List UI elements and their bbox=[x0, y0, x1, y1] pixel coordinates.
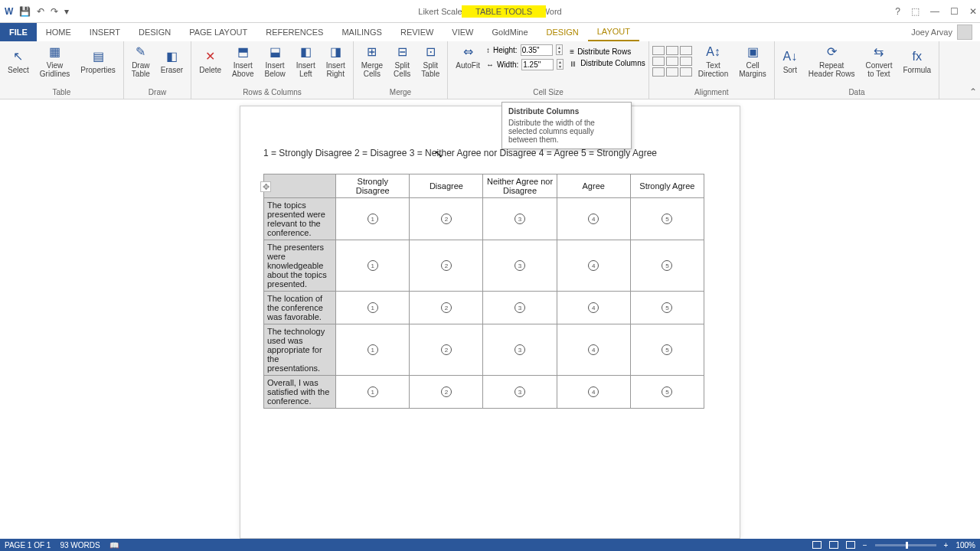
proofing-icon[interactable]: 📖 bbox=[109, 541, 119, 549]
insert-above-button[interactable]: ⬒Insert Above bbox=[227, 43, 258, 80]
option-cell[interactable]: 3 bbox=[483, 240, 557, 292]
minimize-icon[interactable]: — bbox=[930, 6, 939, 17]
zoom-in-icon[interactable]: + bbox=[944, 541, 949, 549]
align-tl[interactable] bbox=[652, 46, 665, 55]
convert-to-text-icon: ⇆ bbox=[871, 44, 887, 60]
tab-table-design[interactable]: DESIGN bbox=[537, 23, 588, 41]
help-icon[interactable]: ? bbox=[895, 6, 900, 17]
draw-table-button[interactable]: ✎Draw Table bbox=[127, 43, 155, 80]
align-tc[interactable] bbox=[666, 46, 678, 55]
tab-insert[interactable]: INSERT bbox=[80, 23, 129, 41]
tab-file[interactable]: FILE bbox=[0, 23, 37, 41]
option-cell[interactable]: 5 bbox=[630, 198, 704, 240]
tab-goldmine[interactable]: GoldMine bbox=[482, 23, 537, 41]
merge-cells-button[interactable]: ⊞Merge Cells bbox=[357, 43, 387, 80]
option-cell[interactable]: 5 bbox=[630, 240, 704, 292]
align-bc[interactable] bbox=[666, 67, 678, 77]
save-icon[interactable]: 💾 bbox=[19, 6, 31, 17]
convert-to-text-button[interactable]: ⇆Convert to Text bbox=[861, 43, 897, 80]
tab-design[interactable]: DESIGN bbox=[129, 23, 180, 41]
view-web-icon[interactable] bbox=[846, 541, 855, 549]
tab-page-layout[interactable]: PAGE LAYOUT bbox=[180, 23, 256, 41]
insert-right-button[interactable]: ◨Insert Right bbox=[322, 43, 350, 80]
text-direction-button[interactable]: A↕Text Direction bbox=[694, 43, 733, 80]
option-cell[interactable]: 3 bbox=[483, 198, 557, 240]
collapse-ribbon-icon[interactable]: ⌃ bbox=[969, 86, 977, 97]
align-mc[interactable] bbox=[666, 57, 678, 66]
formula-button[interactable]: fxFormula bbox=[898, 47, 936, 76]
align-tr[interactable] bbox=[680, 46, 692, 55]
distribute-columns-button[interactable]: ⫼Distribute Columns bbox=[570, 59, 645, 67]
eraser-button[interactable]: ◧Eraser bbox=[156, 47, 188, 76]
split-table-button[interactable]: ⊡Split Table bbox=[416, 43, 444, 80]
status-words[interactable]: 93 WORDS bbox=[60, 541, 100, 549]
tab-references[interactable]: REFERENCES bbox=[256, 23, 332, 41]
user-name[interactable]: Joey Arvay bbox=[911, 28, 952, 37]
redo-icon[interactable]: ↷ bbox=[51, 6, 58, 17]
view-read-icon[interactable] bbox=[812, 541, 822, 549]
option-cell[interactable]: 2 bbox=[410, 376, 483, 409]
cell-margins-button[interactable]: ▣Cell Margins bbox=[734, 43, 771, 80]
option-cell[interactable]: 2 bbox=[410, 292, 483, 324]
zoom-out-icon[interactable]: − bbox=[863, 541, 867, 549]
align-br[interactable] bbox=[680, 67, 692, 77]
split-cells-button[interactable]: ⊟Split Cells bbox=[389, 43, 415, 80]
height-down-icon[interactable]: ▾ bbox=[557, 50, 562, 54]
option-cell[interactable]: 1 bbox=[336, 292, 410, 324]
align-mr[interactable] bbox=[680, 57, 692, 66]
width-input[interactable] bbox=[521, 59, 554, 70]
select-button[interactable]: ↖Select bbox=[3, 47, 34, 76]
likert-table[interactable]: Strongly Disagree Disagree Neither Agree… bbox=[263, 174, 704, 409]
align-ml[interactable] bbox=[652, 57, 665, 66]
option-cell[interactable]: 4 bbox=[557, 324, 630, 376]
height-input[interactable] bbox=[521, 44, 553, 56]
close-icon[interactable]: ✕ bbox=[969, 6, 977, 17]
option-cell[interactable]: 4 bbox=[557, 376, 630, 409]
ribbon-display-icon[interactable]: ⬚ bbox=[911, 6, 920, 17]
option-cell[interactable]: 2 bbox=[410, 324, 483, 376]
option-cell[interactable]: 1 bbox=[336, 198, 410, 240]
sort-button[interactable]: A↓Sort bbox=[778, 47, 802, 76]
delete-button[interactable]: ✕Delete bbox=[194, 47, 226, 76]
option-cell[interactable]: 1 bbox=[336, 376, 410, 409]
view-print-icon[interactable] bbox=[829, 541, 838, 549]
option-cell[interactable]: 3 bbox=[483, 376, 557, 409]
insert-below-button[interactable]: ⬓Insert Below bbox=[260, 43, 289, 80]
properties-button[interactable]: ▤Properties bbox=[76, 47, 120, 76]
document-page[interactable]: ⤡ 1 = Strongly Disagree 2 = Disagree 3 =… bbox=[240, 106, 740, 539]
status-page[interactable]: PAGE 1 OF 1 bbox=[5, 541, 51, 549]
align-bl[interactable] bbox=[652, 67, 665, 77]
option-cell[interactable]: 2 bbox=[410, 198, 483, 240]
repeat-header-button[interactable]: ⟳Repeat Header Rows bbox=[804, 43, 860, 80]
option-cell[interactable]: 5 bbox=[630, 376, 704, 409]
zoom-slider[interactable] bbox=[875, 544, 936, 546]
avatar[interactable] bbox=[957, 24, 972, 40]
option-cell[interactable]: 1 bbox=[336, 324, 410, 376]
tab-home[interactable]: HOME bbox=[37, 23, 80, 41]
option-cell[interactable]: 4 bbox=[557, 198, 630, 240]
table-anchor-icon[interactable]: ✥ bbox=[260, 181, 271, 192]
option-cell[interactable]: 4 bbox=[557, 292, 630, 324]
view-gridlines-button[interactable]: ▦View Gridlines bbox=[35, 43, 74, 80]
qat-dropdown-icon[interactable]: ▾ bbox=[64, 6, 69, 17]
word-icon: W bbox=[5, 6, 13, 17]
insert-left-button[interactable]: ◧Insert Left bbox=[292, 43, 320, 80]
option-cell[interactable]: 4 bbox=[557, 240, 630, 292]
autofit-button[interactable]: ⇔AutoFit bbox=[451, 43, 485, 71]
option-cell[interactable]: 3 bbox=[483, 292, 557, 324]
zoom-thumb[interactable] bbox=[906, 542, 908, 549]
option-cell[interactable]: 1 bbox=[336, 240, 410, 292]
tab-table-layout[interactable]: LAYOUT bbox=[588, 23, 639, 41]
width-down-icon[interactable]: ▾ bbox=[557, 64, 563, 69]
option-cell[interactable]: 2 bbox=[410, 240, 483, 292]
distribute-rows-button[interactable]: ≡Distribute Rows bbox=[570, 47, 645, 56]
tab-review[interactable]: REVIEW bbox=[391, 23, 443, 41]
option-cell[interactable]: 3 bbox=[483, 324, 557, 376]
undo-icon[interactable]: ↶ bbox=[37, 6, 44, 17]
zoom-level[interactable]: 100% bbox=[956, 541, 975, 549]
maximize-icon[interactable]: ☐ bbox=[950, 6, 959, 17]
tab-mailings[interactable]: MAILINGS bbox=[332, 23, 391, 41]
option-cell[interactable]: 5 bbox=[630, 292, 704, 324]
tab-view[interactable]: VIEW bbox=[443, 23, 482, 41]
option-cell[interactable]: 5 bbox=[630, 324, 704, 376]
